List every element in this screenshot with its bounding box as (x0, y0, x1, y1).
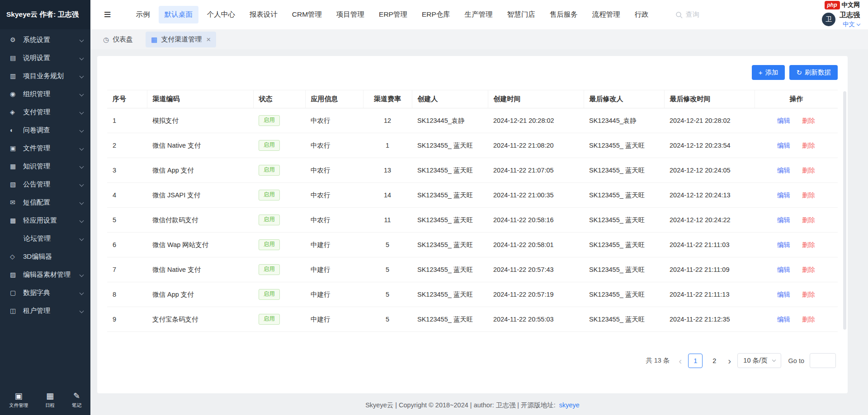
cube-icon: ◇ (10, 253, 19, 260)
language-selector[interactable]: 中文 (843, 20, 860, 28)
sidebar-item-label: 3D编辑器 (23, 252, 52, 261)
bottom-item-label: 文件管理 (9, 402, 28, 409)
sidebar-item-editor-material[interactable]: ▨ 编辑器素材管理 (0, 266, 90, 284)
sidebar-item-label: 文件管理 (23, 144, 50, 153)
vertical-scrollbar[interactable] (843, 91, 846, 330)
search-input[interactable]: 查询 (675, 10, 699, 19)
delete-link[interactable]: 删除 (802, 142, 815, 149)
payment-icon: ◈ (10, 108, 19, 116)
edit-link[interactable]: 编辑 (777, 191, 790, 199)
cell-app-info: 中建行 (305, 233, 363, 257)
cell-status: 启用 (253, 208, 305, 233)
bottom-item-notes[interactable]: ✎ 笔记 (72, 392, 81, 409)
nav-item-after-sales[interactable]: 售后服务 (544, 6, 584, 23)
nav-item-erp[interactable]: ERP管理 (373, 6, 413, 23)
sidebar-item-description-settings[interactable]: ▤ 说明设置 (0, 49, 90, 67)
sidebar-item-organization-management[interactable]: ◉ 组织管理 (0, 85, 90, 103)
nav-item-workflow[interactable]: 流程管理 (586, 6, 626, 23)
sidebar-item-project-business-plan[interactable]: ▥ 项目业务规划 (0, 67, 90, 85)
refresh-button[interactable]: ↻ 刷新数据 (789, 65, 838, 80)
edit-link[interactable]: 编辑 (777, 117, 790, 124)
nav-item-report-design[interactable]: 报表设计 (244, 6, 283, 23)
status-badge: 启用 (259, 214, 280, 225)
sidebar-item-knowledge-management[interactable]: ▦ 知识管理 (0, 157, 90, 175)
cell-index: 6 (107, 233, 147, 257)
nav-item-examples[interactable]: 示例 (130, 6, 156, 23)
nav-item-production[interactable]: 生产管理 (459, 6, 499, 23)
status-badge: 启用 (259, 165, 280, 176)
nav-item-smart-store[interactable]: 智慧门店 (501, 6, 541, 23)
tab-payment-channel-management[interactable]: ▦ 支付渠道管理 × (146, 32, 216, 47)
cell-status: 启用 (253, 158, 305, 183)
edit-link[interactable]: 编辑 (777, 167, 790, 174)
sidebar-item-sms-config[interactable]: ✉ 短信配置 (0, 193, 90, 211)
delete-link[interactable]: 删除 (802, 241, 815, 248)
goto-label: Go to (788, 357, 804, 364)
cell-index: 5 (107, 208, 147, 233)
folder-icon: ▣ (14, 392, 22, 400)
cell-channel-code: 微信 App 支付 (147, 158, 253, 183)
sidebar-item-payment-management[interactable]: ◈ 支付管理 (0, 103, 90, 121)
delete-link[interactable]: 删除 (802, 316, 815, 323)
sidebar-item-questionnaire-survey[interactable]: ◐ 问卷调查 (0, 121, 90, 139)
nav-item-erp-warehouse[interactable]: ERP仓库 (416, 6, 456, 23)
sidebar-item-label: 轻应用设置 (23, 216, 57, 225)
bottom-item-schedule[interactable]: ▦ 日程 (45, 392, 55, 409)
chevron-down-icon (80, 56, 84, 60)
nav-item-crm[interactable]: CRM管理 (286, 6, 328, 23)
sidebar-item-system-settings[interactable]: ⚙ 系统设置 (0, 31, 90, 49)
avatar[interactable]: 卫 (822, 13, 835, 26)
page-number[interactable]: 1 (688, 354, 703, 368)
cell-app-info: 中农行 (305, 133, 363, 158)
edit-link[interactable]: 编辑 (777, 291, 790, 298)
edit-link[interactable]: 编辑 (777, 241, 790, 248)
sidebar-item-light-app-settings[interactable]: ▩ 轻应用设置 (0, 211, 90, 229)
footer-link[interactable]: skyeye (559, 401, 580, 409)
cell-rate: 5 (363, 257, 412, 282)
chevron-down-icon (80, 74, 84, 78)
user-name[interactable]: 卫志强 (840, 11, 860, 19)
page-number-list: 1 2 (688, 354, 722, 368)
sidebar-item-label: 项目业务规划 (23, 72, 64, 80)
cell-channel-code: 微信 JSAPI 支付 (147, 183, 253, 208)
sidebar-item-forum-management[interactable]: 论坛管理 (0, 229, 90, 247)
delete-link[interactable]: 删除 (802, 266, 815, 273)
delete-link[interactable]: 删除 (802, 167, 815, 174)
sidebar-item-data-dictionary[interactable]: ▢ 数据字典 (0, 284, 90, 302)
delete-link[interactable]: 删除 (802, 291, 815, 298)
nav-item-project[interactable]: 项目管理 (330, 6, 370, 23)
sidebar-item-tenant-management[interactable]: ◫ 租户管理 (0, 302, 90, 320)
delete-link[interactable]: 删除 (802, 216, 815, 224)
page-number[interactable]: 2 (707, 354, 722, 368)
delete-link[interactable]: 删除 (802, 117, 815, 124)
page-size-select[interactable]: 10 条/页 (737, 353, 781, 368)
edit-link[interactable]: 编辑 (777, 142, 790, 149)
nav-item-administration[interactable]: 行政 (629, 6, 655, 23)
menu-toggle-icon[interactable]: ≡ (104, 9, 111, 21)
edit-link[interactable]: 编辑 (777, 216, 790, 224)
bottom-item-file-management[interactable]: ▣ 文件管理 (9, 392, 28, 409)
nav-item-personal-center[interactable]: 个人中心 (201, 6, 241, 23)
sidebar-item-announcement-management[interactable]: ▧ 公告管理 (0, 175, 90, 193)
close-icon[interactable]: × (206, 36, 211, 43)
search-placeholder: 查询 (686, 10, 699, 19)
sidebar-item-file-management[interactable]: ▣ 文件管理 (0, 139, 90, 157)
next-page-icon[interactable]: › (727, 356, 732, 365)
cell-operations: 编辑 删除 (755, 108, 838, 133)
table-row: 8 微信 App 支付 启用 中建行 5 SK123455_ 蓝天旺 2024-… (107, 282, 838, 307)
cell-operations: 编辑 删除 (755, 133, 838, 158)
prev-page-icon[interactable]: ‹ (678, 356, 683, 365)
dashboard-icon: ◷ (103, 36, 109, 43)
material-icon: ▨ (10, 271, 19, 278)
add-button[interactable]: + 添加 (752, 65, 785, 80)
nav-item-default-desktop[interactable]: 默认桌面 (159, 6, 198, 23)
delete-link[interactable]: 删除 (802, 191, 815, 199)
goto-page-input[interactable] (810, 353, 836, 368)
edit-link[interactable]: 编辑 (777, 266, 790, 273)
chevron-down-icon (80, 164, 84, 168)
cell-rate: 5 (363, 307, 412, 332)
cell-channel-code: 微信付款码支付 (147, 208, 253, 233)
edit-link[interactable]: 编辑 (777, 316, 790, 323)
tab-dashboard[interactable]: ◷ 仪表盘 × (98, 32, 138, 47)
sidebar-item-3d-editor[interactable]: ◇ 3D编辑器 (0, 247, 90, 266)
